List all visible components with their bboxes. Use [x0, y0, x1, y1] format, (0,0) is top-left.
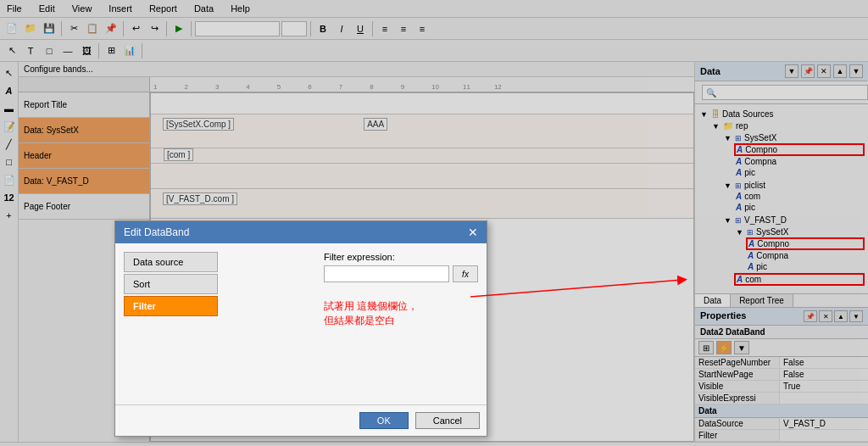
tab-filter[interactable]: Filter	[124, 296, 218, 316]
annotation-text: 試著用 這幾個欄位，但結果都是空白	[324, 299, 478, 328]
modal-body: Data source Sort Filter Filter expressio…	[115, 243, 487, 396]
modal-content: Data source Sort Filter Filter expressio…	[124, 252, 478, 387]
tab-datasource[interactable]: Data source	[124, 252, 218, 272]
tab-sort[interactable]: Sort	[124, 274, 218, 294]
filter-input-row: fx	[324, 265, 478, 282]
modal-overlay: Edit DataBand ✕ Data source Sort Filter …	[0, 0, 868, 446]
edit-databand-dialog: Edit DataBand ✕ Data source Sort Filter …	[114, 220, 487, 437]
modal-footer: OK Cancel	[115, 404, 487, 436]
filter-expression-label: Filter expression:	[324, 252, 478, 262]
modal-header: Edit DataBand ✕	[115, 221, 487, 243]
red-arrow-line	[470, 271, 699, 324]
modal-tabs: Data source Sort Filter	[124, 252, 218, 387]
modal-right-content: Filter expression: fx 試著用 這幾個欄位，但結果都是空白	[324, 252, 478, 387]
ok-button[interactable]: OK	[359, 412, 409, 429]
filter-expression-input[interactable]	[324, 265, 449, 282]
svg-line-1	[470, 280, 682, 297]
modal-title: Edit DataBand	[124, 226, 189, 238]
modal-close-btn[interactable]: ✕	[468, 226, 478, 239]
cancel-button[interactable]: Cancel	[415, 412, 480, 429]
fx-button[interactable]: fx	[453, 265, 478, 282]
